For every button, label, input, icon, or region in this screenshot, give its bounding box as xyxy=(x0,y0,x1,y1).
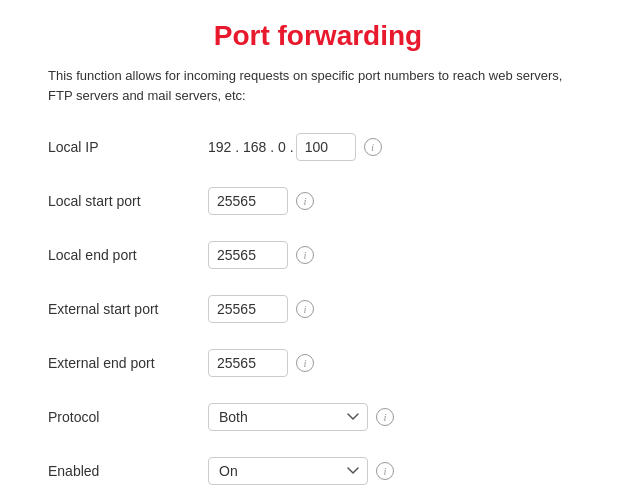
local-ip-control: 192 . 168 . 0 . i xyxy=(208,133,382,161)
local-end-port-control: i xyxy=(208,241,314,269)
external-end-port-label: External end port xyxy=(48,355,208,371)
ip-group: 192 . 168 . 0 . xyxy=(208,133,356,161)
page-title: Port forwarding xyxy=(48,20,588,52)
local-end-port-row: Local end port i xyxy=(48,237,588,273)
enabled-select[interactable]: On Off xyxy=(208,457,368,485)
local-start-port-label: Local start port xyxy=(48,193,208,209)
local-start-port-info-icon: i xyxy=(296,192,314,210)
enabled-row: Enabled On Off i xyxy=(48,453,588,489)
protocol-control: Both TCP UDP i xyxy=(208,403,394,431)
ip-prefix: 192 . 168 . 0 . xyxy=(208,139,294,155)
external-start-port-label: External start port xyxy=(48,301,208,317)
description-text: This function allows for incoming reques… xyxy=(48,66,588,105)
enabled-info-icon: i xyxy=(376,462,394,480)
local-start-port-control: i xyxy=(208,187,314,215)
protocol-label: Protocol xyxy=(48,409,208,425)
local-ip-row: Local IP 192 . 168 . 0 . i xyxy=(48,129,588,165)
external-start-port-info-icon: i xyxy=(296,300,314,318)
external-start-port-control: i xyxy=(208,295,314,323)
protocol-info-icon: i xyxy=(376,408,394,426)
local-ip-label: Local IP xyxy=(48,139,208,155)
enabled-control: On Off i xyxy=(208,457,394,485)
external-end-port-input[interactable] xyxy=(208,349,288,377)
local-start-port-row: Local start port i xyxy=(48,183,588,219)
external-start-port-row: External start port i xyxy=(48,291,588,327)
protocol-select[interactable]: Both TCP UDP xyxy=(208,403,368,431)
external-end-port-info-icon: i xyxy=(296,354,314,372)
local-ip-info-icon: i xyxy=(364,138,382,156)
local-ip-last-input[interactable] xyxy=(296,133,356,161)
external-end-port-row: External end port i xyxy=(48,345,588,381)
local-end-port-input[interactable] xyxy=(208,241,288,269)
enabled-label: Enabled xyxy=(48,463,208,479)
local-end-port-info-icon: i xyxy=(296,246,314,264)
local-start-port-input[interactable] xyxy=(208,187,288,215)
external-end-port-control: i xyxy=(208,349,314,377)
external-start-port-input[interactable] xyxy=(208,295,288,323)
protocol-row: Protocol Both TCP UDP i xyxy=(48,399,588,435)
local-end-port-label: Local end port xyxy=(48,247,208,263)
